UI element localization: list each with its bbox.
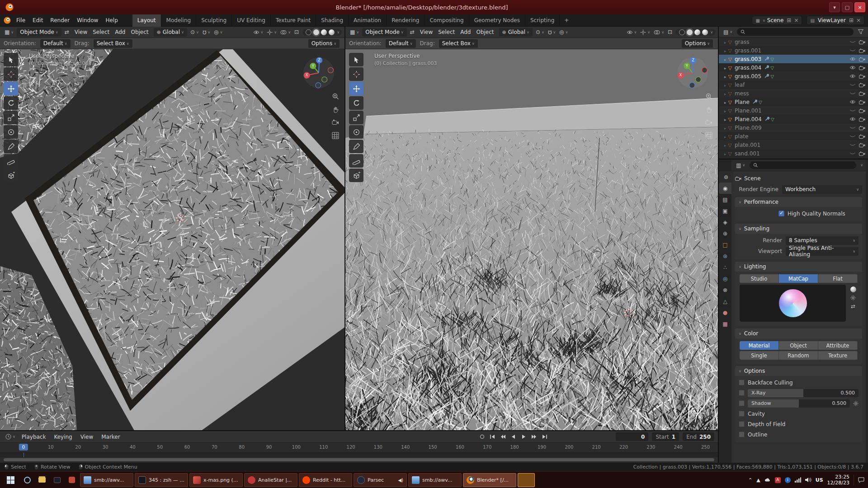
hide-in-viewport-icon[interactable] xyxy=(849,74,856,78)
viewport-menu[interactable]: Object xyxy=(128,28,151,37)
hide-in-viewport-icon[interactable] xyxy=(849,117,856,121)
workspace-tab[interactable]: Texture Paint xyxy=(271,14,316,27)
options-dropdown[interactable]: Options∨ xyxy=(308,39,340,48)
expand-arrow-icon[interactable] xyxy=(724,90,726,97)
hide-in-viewport-icon[interactable] xyxy=(849,66,856,70)
viewport-3d-view[interactable] xyxy=(345,49,718,430)
properties-tab[interactable] xyxy=(719,318,731,329)
workspace-tab[interactable]: Shading xyxy=(316,14,349,27)
menubar-menu[interactable]: File xyxy=(13,16,29,25)
rotate-tool[interactable] xyxy=(4,96,18,110)
taskbar-button[interactable]: smb://awv... ◀) xyxy=(80,473,133,487)
outline-checkbox[interactable] xyxy=(739,432,745,437)
expand-arrow-icon[interactable] xyxy=(724,133,726,140)
outliner-row[interactable]: grass xyxy=(719,38,868,46)
orientation-dropdown[interactable]: Default∨ xyxy=(386,39,416,48)
lighting-mode-button[interactable]: Studio xyxy=(740,274,779,283)
viewport-menu[interactable]: Add xyxy=(458,28,473,37)
eye-closed-icon[interactable] xyxy=(849,83,856,87)
lighting-mode-button[interactable]: Flat xyxy=(818,274,858,283)
expand-arrow-icon[interactable] xyxy=(724,47,726,54)
timeline-ruler[interactable]: 0 01020304050607080901001101201301401501… xyxy=(0,443,718,453)
transform-tool[interactable] xyxy=(349,125,363,139)
new-scene-button[interactable]: ⊞ xyxy=(785,17,793,23)
disable-in-renders-icon[interactable] xyxy=(859,151,865,156)
pivot-point-icon[interactable]: ⊙∨ xyxy=(189,29,201,35)
maximize-button[interactable]: ▢ xyxy=(842,2,853,12)
hide-in-viewport-icon[interactable] xyxy=(849,100,856,104)
unlink-scene-button[interactable]: × xyxy=(793,17,800,23)
new-view-layer-button[interactable]: ⊞ xyxy=(848,17,855,23)
timeline-menu[interactable]: Playback xyxy=(18,432,50,441)
viewport-3d-view[interactable] xyxy=(0,49,344,430)
shadow-checkbox[interactable] xyxy=(739,400,745,406)
disable-in-renders-icon[interactable] xyxy=(859,108,865,113)
outliner-row[interactable]: plate xyxy=(719,132,868,141)
expand-arrow-icon[interactable] xyxy=(724,39,726,45)
shading-rendered-icon[interactable] xyxy=(702,29,708,35)
cloud-sync-tray-icon[interactable] xyxy=(764,477,771,483)
xray-checkbox[interactable] xyxy=(739,390,745,396)
outliner-editor-icon[interactable]: ▤∨ xyxy=(722,29,734,35)
outliner-row[interactable]: Plane.009 xyxy=(719,123,868,132)
mode-transfer-icon[interactable]: ⇄ xyxy=(408,29,416,35)
object-visibility-icon[interactable]: ∨ xyxy=(251,30,265,34)
annotate-tool[interactable] xyxy=(4,140,18,153)
timeline-menu[interactable]: Keying xyxy=(50,432,75,441)
disable-in-renders-icon[interactable] xyxy=(859,48,865,53)
scale-tool[interactable] xyxy=(349,111,363,124)
eject-tray-icon[interactable]: ▲ xyxy=(756,477,760,483)
add-cube-tool[interactable] xyxy=(349,169,363,182)
properties-tab[interactable] xyxy=(719,296,731,307)
workspace-tab[interactable]: UV Editing xyxy=(232,14,271,27)
close-button[interactable]: × xyxy=(854,2,865,12)
transform-orientation-dropdown[interactable]: ⊕Global∨ xyxy=(499,28,533,37)
current-frame-marker[interactable]: 0 xyxy=(19,444,28,450)
properties-tab[interactable] xyxy=(719,273,731,284)
measure-tool[interactable] xyxy=(4,154,18,168)
info-tray-icon[interactable]: i xyxy=(785,477,791,483)
object-visibility-icon[interactable]: ∨ xyxy=(625,30,639,34)
color-mode-button[interactable]: Texture xyxy=(818,351,858,360)
outliner-row[interactable]: Plane.001 xyxy=(719,106,868,115)
show-gizmo-icon[interactable]: ∨ xyxy=(265,29,278,35)
matcap-settings-gear-icon[interactable] xyxy=(850,295,856,300)
next-keyframe-button[interactable] xyxy=(529,433,538,441)
shading-wireframe-icon[interactable] xyxy=(306,29,311,35)
network-tray-icon[interactable] xyxy=(795,477,801,483)
keyboard-language-indicator[interactable]: US xyxy=(816,477,823,483)
lighting-mode-button[interactable]: MatCap xyxy=(779,274,818,283)
proportional-editing-icon[interactable]: ◎∨ xyxy=(557,29,570,35)
snap-magnet-icon[interactable]: Ω∨ xyxy=(201,29,212,35)
expand-arrow-icon[interactable] xyxy=(724,108,726,114)
breadcrumb-label[interactable]: Scene xyxy=(744,175,761,182)
viewport-menu[interactable]: Select xyxy=(90,28,112,37)
outliner-row[interactable]: grass.001 xyxy=(719,46,868,55)
editor-type-icon[interactable]: ▦∨ xyxy=(3,29,15,35)
menubar-menu[interactable]: Edit xyxy=(29,16,47,25)
mode-transfer-icon[interactable]: ⇄ xyxy=(63,29,71,35)
show-overlays-icon[interactable]: ∨ xyxy=(278,30,292,35)
minimize-button[interactable]: ▾ xyxy=(829,2,840,12)
properties-tab[interactable] xyxy=(719,205,731,216)
notification-center-icon[interactable] xyxy=(858,477,864,483)
workspace-tab[interactable]: Sculpting xyxy=(196,14,232,27)
timeline-editor-icon[interactable]: ∨ xyxy=(4,434,17,440)
expand-arrow-icon[interactable] xyxy=(724,150,726,157)
transform-orientation-dropdown[interactable]: ⊕Global∨ xyxy=(154,28,187,37)
frame-end-field[interactable]: End250 xyxy=(683,432,714,441)
matcap-flip-icon[interactable]: ⇄ xyxy=(851,303,855,310)
mode-dropdown[interactable]: Object Mode∨ xyxy=(17,28,61,37)
eye-closed-icon[interactable] xyxy=(849,151,856,155)
properties-tab[interactable] xyxy=(719,239,731,250)
lighting-section-header[interactable]: ∨Lighting xyxy=(735,262,862,272)
color-section-header[interactable]: ∨Color xyxy=(735,328,862,338)
start-button[interactable] xyxy=(2,473,19,487)
color-type-button[interactable]: Object xyxy=(779,341,818,350)
color-type-button[interactable]: Material xyxy=(740,341,779,350)
expand-arrow-icon[interactable] xyxy=(724,99,726,105)
properties-tab[interactable] xyxy=(719,194,731,205)
drag-dropdown[interactable]: Select Box∨ xyxy=(439,39,478,48)
outliner-row[interactable]: mess xyxy=(719,89,868,98)
viewport-menu[interactable]: Object xyxy=(473,28,496,37)
